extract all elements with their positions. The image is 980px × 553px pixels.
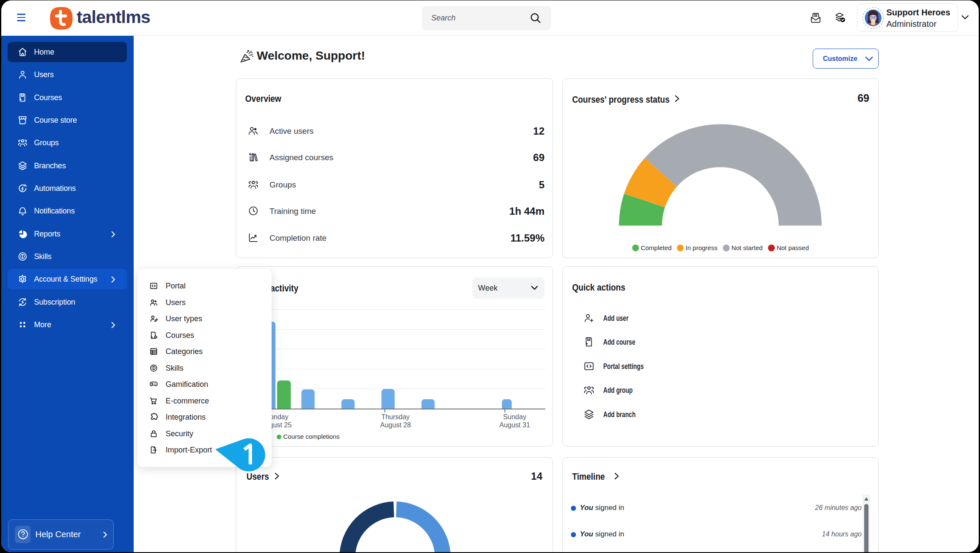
svg-text:$: $ bbox=[21, 300, 23, 304]
